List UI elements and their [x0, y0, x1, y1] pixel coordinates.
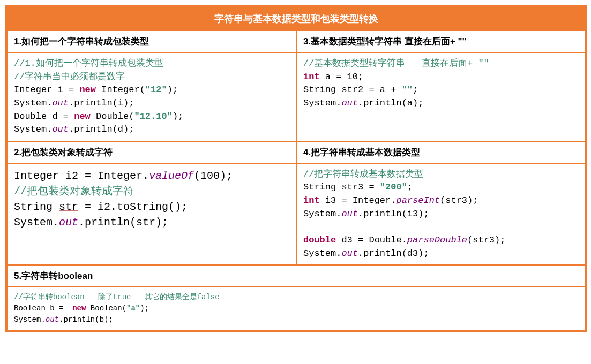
identifier: out — [59, 216, 78, 229]
code-text: String str3 = — [303, 182, 380, 192]
code-block: //字符串转boolean 除了true 其它的结果全是false Boolea… — [14, 292, 579, 325]
code-text: = a + — [363, 85, 401, 95]
code-text: ; — [407, 182, 413, 192]
keyword: double — [303, 235, 336, 245]
code-text: Double( — [91, 111, 134, 122]
string-literal: "a" — [126, 304, 140, 313]
code-text: ); — [140, 304, 149, 313]
code-text: a = 10; — [320, 72, 364, 82]
code-text: Boolean b = — [14, 304, 72, 313]
identifier: out — [341, 209, 358, 219]
code-text: System. — [14, 98, 52, 108]
code-text: (str3); — [440, 195, 478, 206]
keyword: int — [303, 195, 320, 206]
string-literal: "" — [402, 85, 413, 95]
code-text: .println(d); — [69, 124, 134, 134]
code-text: ); — [167, 85, 178, 95]
code-block: //基本数据类型转字符串 直接在后面+ "" int a = 10; Strin… — [303, 57, 579, 110]
code-text: String — [303, 85, 341, 95]
section-4-heading: 4.把字符串转成基本数据类型 — [296, 141, 586, 163]
code-text: System. — [14, 216, 59, 229]
section-3-code: //基本数据类型转字符串 直接在后面+ "" int a = 10; Strin… — [296, 52, 586, 141]
code-text: String — [14, 201, 59, 213]
content-grid: 1.如何把一个字符串转成包装类型 3.基本数据类型转字符串 直接在后面+ "" … — [7, 31, 586, 330]
code-text: System. — [14, 315, 46, 324]
code-text: i3 = Integer. — [320, 195, 397, 206]
comment: //1.如何把一个字符串转成包装类型 — [14, 58, 163, 69]
document-container: 字符串与基本数据类型和包装类型转换 1.如何把一个字符串转成包装类型 3.基本数… — [5, 5, 587, 332]
variable: str — [59, 201, 78, 213]
code-text: .println(i3); — [358, 209, 429, 219]
identifier: out — [46, 315, 59, 324]
code-block: Integer i2 = Integer.valueOf(100); //把包装… — [14, 168, 289, 230]
variable: str2 — [341, 85, 363, 95]
code-text: = i2.toString(); — [78, 201, 188, 213]
code-text: Integer i = — [14, 85, 79, 95]
code-text: Integer( — [96, 85, 145, 95]
identifier: out — [341, 248, 358, 259]
section-2-heading: 2.把包装类对象转成字符 — [7, 141, 296, 163]
section-5-heading: 5.字符串转boolean — [7, 265, 586, 287]
code-text: System. — [14, 124, 52, 134]
string-literal: "12" — [145, 85, 167, 95]
comment: //字符串转boolean 除了 — [14, 293, 113, 301]
comment: //字符串当中必须都是数字 — [14, 72, 125, 82]
code-text: (100); — [194, 170, 233, 182]
comment: //把包装类对象转成字符 — [14, 185, 134, 198]
comment: //基本数据类型转字符串 直接在后面+ "" — [303, 58, 489, 69]
string-literal: "12.10" — [134, 111, 172, 122]
keyword: new — [74, 111, 91, 122]
string-literal: "200" — [380, 182, 407, 192]
code-text: System. — [303, 98, 341, 108]
code-text: Integer i2 = Integer. — [14, 170, 149, 182]
keyword: new — [79, 85, 96, 95]
code-text: (str3); — [467, 235, 505, 245]
code-text: .println(i); — [69, 98, 134, 108]
keyword: new — [72, 304, 86, 313]
code-text: .println(d3); — [358, 248, 429, 259]
code-text: System. — [303, 209, 341, 219]
code-text: .println(a); — [358, 98, 423, 108]
section-1-heading: 1.如何把一个字符串转成包装类型 — [7, 31, 296, 52]
code-text: ); — [173, 111, 183, 122]
section-5-code: //字符串转boolean 除了true 其它的结果全是false Boolea… — [7, 287, 586, 330]
code-text: Double d = — [14, 111, 74, 122]
section-4-code: //把字符串转成基本数据类型 String str3 = "200"; int … — [296, 163, 586, 265]
comment: 其它的结果全是 — [131, 293, 197, 301]
code-text: d3 = Double. — [336, 235, 407, 245]
code-text: System. — [303, 248, 341, 259]
section-3-heading: 3.基本数据类型转字符串 直接在后面+ "" — [296, 31, 586, 52]
document-title: 字符串与基本数据类型和包装类型转换 — [7, 7, 586, 31]
identifier: out — [52, 98, 69, 108]
section-2-code: Integer i2 = Integer.valueOf(100); //把包装… — [7, 163, 296, 265]
identifier: valueOf — [149, 170, 194, 182]
code-text: Boolean( — [86, 304, 126, 313]
code-block: //1.如何把一个字符串转成包装类型 //字符串当中必须都是数字 Integer… — [14, 57, 289, 136]
identifier: parseDouble — [407, 235, 467, 245]
code-text: .println(b); — [59, 315, 113, 324]
keyword: int — [303, 72, 320, 82]
identifier: out — [52, 124, 69, 134]
code-text: .println(str); — [78, 216, 168, 229]
section-1-code: //1.如何把一个字符串转成包装类型 //字符串当中必须都是数字 Integer… — [7, 52, 296, 141]
comment: //把字符串转成基本数据类型 — [303, 169, 423, 179]
code-block: //把字符串转成基本数据类型 String str3 = "200"; int … — [303, 168, 579, 260]
identifier: out — [341, 98, 358, 108]
code-text: ; — [413, 85, 418, 95]
identifier: parseInt — [396, 195, 440, 206]
comment: false — [197, 293, 220, 301]
comment: true — [113, 293, 131, 301]
